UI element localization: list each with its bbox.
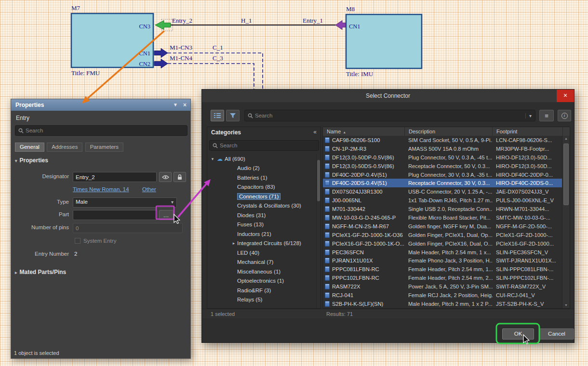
entry-arrow-green[interactable] bbox=[155, 21, 171, 30]
category-item[interactable]: Radio&RF (3) bbox=[207, 286, 316, 295]
table-row[interactable]: M701-330442Single USB 2.0, Receptacle Co… bbox=[323, 205, 562, 213]
panel-close-icon[interactable]: × bbox=[181, 99, 188, 111]
table-row[interactable]: PJRAN1X1U01XFemale Phono Jack, 3 Positio… bbox=[323, 256, 562, 265]
net-label-c3[interactable]: C_3 bbox=[213, 54, 223, 62]
table-row[interactable]: MW-10-03-G-D-245-065-PFlexible Micro Boa… bbox=[323, 213, 562, 222]
table-row[interactable]: RASM722XPower Jack, 5 A, 250 V, 3-Pin SM… bbox=[323, 282, 562, 291]
category-item[interactable]: Relays (5) bbox=[207, 295, 316, 305]
categories-search[interactable] bbox=[209, 140, 319, 151]
category-item[interactable]: Diodes (31) bbox=[207, 210, 316, 220]
column-header-name[interactable]: Name▲ bbox=[323, 127, 405, 136]
dialog-close-button[interactable]: × bbox=[557, 90, 574, 102]
designator-input[interactable] bbox=[73, 172, 157, 182]
category-item[interactable]: ▾☁All (690) bbox=[207, 154, 316, 164]
imu-title[interactable]: Title: IMU bbox=[346, 70, 374, 78]
expanded-icon[interactable]: ▾ bbox=[209, 157, 216, 161]
part-browse-button[interactable]: … bbox=[159, 210, 174, 220]
table-row[interactable]: PPPC102LFBN-RCFemale Header, Pitch 2.54 … bbox=[323, 274, 562, 282]
category-item[interactable]: Fuses (13) bbox=[207, 220, 316, 230]
table-row[interactable]: CN-1P-2M-R3AMASS 500V 15A 0.8 mOhmMR30PW… bbox=[323, 144, 562, 153]
category-item[interactable]: Batteries (1) bbox=[207, 173, 316, 183]
other-font-link[interactable]: Other bbox=[142, 186, 156, 192]
entry-arrow-cn1[interactable] bbox=[154, 49, 168, 58]
category-item[interactable]: Connectors (71) bbox=[207, 192, 316, 201]
net-label-m1cn4[interactable]: M1-CN4 bbox=[170, 54, 192, 62]
table-row[interactable]: DF40C-20DP-0.4V(51)Plug Connector, 30 V,… bbox=[323, 170, 562, 179]
table-row[interactable]: PPPC081LFBN-RCFemale Header, Pitch 2.54 … bbox=[323, 265, 562, 274]
table-row[interactable]: S2B-PH-K-S(LF)(SN)Male Header, Pitch 2 m… bbox=[323, 300, 562, 308]
table-row[interactable]: DF12(3.0)-50DS-0.5V(86)Receptacle Connec… bbox=[323, 162, 562, 170]
part-input[interactable] bbox=[73, 210, 158, 220]
categories-search-input[interactable] bbox=[218, 143, 319, 148]
categories-scrollbar[interactable] bbox=[316, 154, 321, 308]
imu-designator[interactable]: M8 bbox=[346, 5, 355, 13]
table-row[interactable]: DX07S024JJ3R1300USB-C Connector, 20 V, 1… bbox=[323, 187, 562, 196]
category-item[interactable]: ▸Integrated Circuits (6/128) bbox=[207, 239, 316, 248]
collapse-pane-icon[interactable]: « bbox=[313, 129, 317, 135]
info-button[interactable]: i bbox=[558, 110, 571, 121]
section-properties[interactable]: ▾Properties bbox=[15, 157, 48, 164]
sheet-symbol-imu[interactable] bbox=[346, 14, 422, 68]
connector-search-input[interactable] bbox=[253, 113, 525, 118]
scroll-down-icon[interactable]: ▼ bbox=[562, 302, 570, 308]
filter-button[interactable] bbox=[226, 110, 240, 121]
imu-pin-cn1[interactable]: CN1 bbox=[349, 23, 361, 30]
properties-panel-titlebar[interactable]: Properties ▼ × bbox=[11, 99, 190, 111]
fmu-pin-cn2[interactable]: CN2 bbox=[139, 61, 150, 67]
visibility-eye-button[interactable] bbox=[159, 172, 172, 182]
table-row[interactable]: CAF98-06206-S100SIM Card Socket, 50 V, 0… bbox=[323, 136, 562, 144]
table-scrollbar[interactable]: ▲ ▼ bbox=[562, 136, 570, 308]
category-item[interactable]: LED (40) bbox=[207, 248, 316, 258]
section-mated-parts[interactable]: ▸Mated Parts/Pins bbox=[15, 269, 66, 275]
connector-search[interactable]: ▾ bbox=[244, 110, 535, 121]
table-row[interactable]: J00-0065NL1x1 Tab-Down RJ45, Pitch 1.27 … bbox=[323, 196, 562, 205]
ok-button[interactable]: OK bbox=[502, 328, 534, 340]
category-item[interactable]: Optoelectronics (1) bbox=[207, 276, 316, 286]
lock-button[interactable] bbox=[174, 172, 186, 182]
table-row[interactable]: DF40C-20DS-0.4V(51)Receptacle Connector,… bbox=[323, 179, 562, 187]
column-header-description[interactable]: Description bbox=[405, 127, 493, 136]
scroll-up-icon[interactable]: ▲ bbox=[562, 136, 570, 142]
category-item[interactable]: Mechanical (7) bbox=[207, 258, 316, 267]
table-row[interactable]: NGFF-M-CN-2S-M-R67Golden finger, NGFF ke… bbox=[323, 222, 562, 231]
entry-arrow-cn2[interactable] bbox=[154, 59, 168, 68]
properties-search[interactable] bbox=[15, 125, 187, 136]
net-label-m1cn3[interactable]: M1-CN3 bbox=[170, 44, 192, 51]
column-header-footprint[interactable]: Footprint bbox=[493, 127, 563, 136]
tab-parameters[interactable]: Parameters bbox=[85, 143, 123, 152]
net-label-c1[interactable]: C_1 bbox=[213, 44, 223, 51]
category-item[interactable]: Capacitors (83) bbox=[207, 183, 316, 192]
fmu-pin-cn3[interactable]: CN3 bbox=[139, 23, 150, 30]
scrollbar-thumb[interactable] bbox=[317, 160, 320, 201]
cancel-button[interactable]: Cancel bbox=[539, 328, 574, 340]
list-view-button[interactable] bbox=[211, 110, 224, 121]
category-item[interactable]: Inductors (21) bbox=[207, 229, 316, 239]
sheet-symbol-fmu[interactable] bbox=[71, 13, 153, 67]
table-row[interactable]: PEC36SFCNMale Header, Pitch 2.54 mm, 1 x… bbox=[323, 248, 562, 257]
fmu-pin-cn1[interactable]: CN1 bbox=[139, 50, 150, 57]
net-label-entry1[interactable]: Entry_1 bbox=[303, 17, 323, 24]
category-item[interactable]: Audio (2) bbox=[207, 164, 316, 173]
fmu-title[interactable]: Title: FMU bbox=[71, 69, 100, 77]
table-row[interactable]: PCIeX16-GF-2D-1000-1K-O...Golden Finger,… bbox=[323, 239, 562, 248]
search-history-chevron-icon[interactable]: ▾ bbox=[525, 113, 535, 118]
net-label-entry2[interactable]: Entry_2 bbox=[172, 17, 192, 24]
category-item[interactable]: Miscellaneous (1) bbox=[207, 267, 316, 276]
net-label-h1[interactable]: H_1 bbox=[241, 17, 252, 24]
scrollbar-thumb[interactable] bbox=[563, 144, 569, 205]
properties-search-input[interactable] bbox=[24, 128, 187, 133]
columns-menu-button[interactable]: ≡ bbox=[539, 110, 554, 121]
category-item[interactable]: Crystals & Oscillators (30) bbox=[207, 201, 316, 211]
dialog-titlebar[interactable]: Select Connector × bbox=[202, 90, 574, 102]
table-row[interactable]: DF12(3.0)-50DP-0.5V(86)Plug Connector, 5… bbox=[323, 153, 562, 162]
type-dropdown[interactable]: Male ▾ bbox=[73, 197, 177, 208]
expand-icon[interactable]: ▸ bbox=[230, 241, 237, 246]
table-row[interactable]: RCJ-041Female RCJ Jack, 2 Position, Heig… bbox=[323, 291, 562, 300]
tab-addresses[interactable]: Addresses bbox=[47, 143, 82, 152]
table-row[interactable]: PCIeX1-GF-2D-1000-1K-O36Golden Finger, P… bbox=[323, 231, 562, 239]
font-link[interactable]: Times New Roman, 14 bbox=[73, 186, 129, 192]
tab-general[interactable]: General bbox=[15, 143, 44, 152]
fmu-designator[interactable]: M7 bbox=[71, 4, 80, 12]
entry-arrow-purple[interactable] bbox=[335, 21, 346, 30]
panel-menu-icon[interactable]: ▼ bbox=[171, 99, 180, 111]
